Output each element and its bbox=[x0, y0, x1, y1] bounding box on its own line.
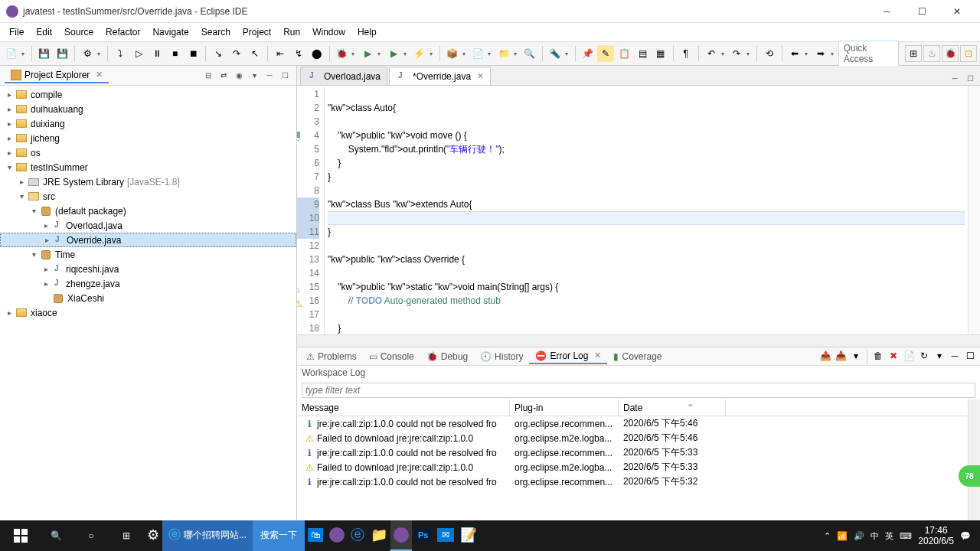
open-log-icon[interactable]: 📄 bbox=[902, 349, 916, 363]
view-menu-icon[interactable]: ▾ bbox=[247, 69, 261, 83]
tab-console[interactable]: ▭Console bbox=[363, 350, 420, 364]
tree-file[interactable]: XiaCeshi bbox=[0, 291, 296, 305]
collapse-all-icon[interactable]: ⊟ bbox=[201, 69, 215, 83]
disconnect-icon[interactable]: ⏹ bbox=[185, 45, 202, 62]
log-row[interactable]: ⚠Failed to download jre:jre:call:zip:1.0… bbox=[297, 431, 968, 445]
tree-project[interactable]: ▸compile bbox=[0, 87, 296, 102]
next-annot-icon[interactable]: ↷ bbox=[728, 45, 745, 62]
col-plugin[interactable]: Plug-in bbox=[510, 399, 619, 416]
breakpoint-icon[interactable]: ⬤ bbox=[309, 45, 325, 62]
save-all-icon[interactable]: 💾 bbox=[54, 45, 71, 62]
menu-refactor[interactable]: Refactor bbox=[100, 25, 146, 39]
task-eclipse-active[interactable] bbox=[390, 520, 412, 551]
float-badge[interactable]: 78 bbox=[959, 465, 980, 487]
tree-file[interactable]: ▸zhengze.java bbox=[0, 276, 296, 291]
task-notepad[interactable]: 📝 bbox=[457, 520, 480, 551]
tab-debug[interactable]: 🐞Debug bbox=[420, 350, 474, 364]
tree-project-open[interactable]: ▾testInSummer bbox=[0, 160, 296, 174]
minimize-view-icon[interactable]: ─ bbox=[263, 69, 276, 83]
quick-access[interactable]: Quick Access bbox=[838, 41, 900, 67]
log-row[interactable]: ⚠Failed to download jre:jre:call:zip:1.0… bbox=[297, 460, 968, 474]
drop-frame-icon[interactable]: ⇤ bbox=[272, 45, 289, 62]
tree-file[interactable]: ▸Overload.java bbox=[0, 218, 296, 233]
project-explorer-tab[interactable]: Project Explorer ✕ bbox=[5, 68, 109, 83]
link-editor-icon[interactable]: ⇄ bbox=[217, 69, 230, 83]
menu-help[interactable]: Help bbox=[351, 25, 383, 39]
menu-edit[interactable]: Edit bbox=[30, 25, 58, 39]
menu-window[interactable]: Window bbox=[306, 25, 351, 39]
delete-log-icon[interactable]: ✖ bbox=[887, 349, 900, 363]
task-edge[interactable]: ⓔ bbox=[348, 520, 368, 551]
taskview-button[interactable]: ⊞ bbox=[109, 520, 144, 551]
dropdown-icon[interactable]: ▾ bbox=[849, 349, 863, 363]
log-row[interactable]: ℹjre:jre:call:zip:1.0.0 could not be res… bbox=[297, 416, 968, 431]
resume-icon[interactable]: ▷ bbox=[130, 45, 147, 62]
menu-source[interactable]: Source bbox=[58, 25, 100, 39]
code-editor[interactable]: 1234○56789101112131415○16⚠1718192021 "kw… bbox=[297, 86, 980, 334]
tray-network-icon[interactable]: 📶 bbox=[837, 531, 848, 541]
clear-log-icon[interactable]: 🗑 bbox=[871, 349, 885, 363]
new-dropdown[interactable]: ▾ bbox=[21, 51, 28, 57]
vertical-scrollbar[interactable] bbox=[968, 399, 980, 520]
pin-icon[interactable]: 📌 bbox=[580, 45, 596, 62]
tab-history[interactable]: 🕘History bbox=[474, 350, 529, 364]
close-button[interactable]: ✕ bbox=[940, 1, 974, 22]
tree-project[interactable]: ▸duihuakuang bbox=[0, 102, 296, 116]
focus-icon[interactable]: ◉ bbox=[232, 69, 246, 83]
tab-problems[interactable]: ⚠Problems bbox=[300, 350, 363, 364]
tab-error-log[interactable]: ⛔Error Log✕ bbox=[529, 349, 607, 364]
java-perspective-icon[interactable]: ♨ bbox=[923, 45, 940, 62]
new-class-icon[interactable]: 📄 bbox=[469, 45, 486, 62]
step-return-icon[interactable]: ↖ bbox=[247, 45, 263, 62]
maximize-editor-icon[interactable]: ☐ bbox=[963, 71, 977, 85]
search-button[interactable]: 🔍 bbox=[38, 520, 74, 551]
block-icon[interactable]: ▦ bbox=[652, 45, 669, 62]
search-icon[interactable]: 🔦 bbox=[547, 45, 564, 62]
tree-src[interactable]: ▾src bbox=[0, 189, 296, 204]
tray-notifications-icon[interactable]: 💬 bbox=[960, 531, 971, 541]
menu-search[interactable]: Search bbox=[195, 25, 237, 39]
task-icon[interactable]: 📋 bbox=[616, 45, 632, 62]
task-mail[interactable]: ✉ bbox=[434, 520, 457, 551]
filter-input[interactable] bbox=[302, 383, 975, 398]
close-icon[interactable]: ✕ bbox=[477, 71, 484, 81]
open-type-icon[interactable]: 🔍 bbox=[521, 45, 538, 62]
step-into-icon[interactable]: ↘ bbox=[210, 45, 227, 62]
new-icon[interactable]: 📄 bbox=[3, 45, 20, 62]
run-icon[interactable]: ▶ bbox=[359, 45, 376, 62]
menu-navigate[interactable]: Navigate bbox=[146, 25, 194, 39]
highlight-icon[interactable]: ✎ bbox=[597, 45, 614, 62]
task-explorer[interactable]: 📁 bbox=[368, 520, 390, 551]
task-store[interactable]: 🛍 bbox=[305, 520, 326, 551]
debug-perspective-icon[interactable]: 🐞 bbox=[942, 45, 959, 62]
task-search-btn[interactable]: 搜索一下 bbox=[253, 520, 305, 551]
export-log-icon[interactable]: 📤 bbox=[818, 349, 832, 363]
minimize-panel-icon[interactable]: ─ bbox=[948, 349, 962, 363]
build-icon[interactable]: ⚙ bbox=[79, 45, 96, 62]
forward-icon[interactable]: ➡ bbox=[812, 45, 829, 62]
tray-ime1[interactable]: 中 bbox=[871, 530, 879, 542]
stop-icon[interactable]: ■ bbox=[167, 45, 184, 62]
import-log-icon[interactable]: 📥 bbox=[834, 349, 848, 363]
tree-file-selected[interactable]: ▸Override.java bbox=[0, 233, 296, 247]
tray-ime2[interactable]: 英 bbox=[885, 530, 893, 542]
task-eclipse-1[interactable] bbox=[326, 520, 348, 551]
back-icon[interactable]: ⬅ bbox=[786, 45, 803, 62]
outline-icon[interactable]: ▤ bbox=[634, 45, 651, 62]
menu-run[interactable]: Run bbox=[277, 25, 306, 39]
tree-library[interactable]: ▸JRE System Library[JavaSE-1.8] bbox=[0, 174, 296, 189]
editor-tab[interactable]: Overload.java bbox=[300, 67, 387, 85]
tree-package[interactable]: ▾(default package) bbox=[0, 204, 296, 218]
step-filter-icon[interactable]: ↯ bbox=[290, 45, 307, 62]
prev-annot-icon[interactable]: ↶ bbox=[703, 45, 720, 62]
maximize-button[interactable]: ☐ bbox=[905, 1, 939, 22]
minimize-button[interactable]: ─ bbox=[870, 1, 903, 22]
close-icon[interactable]: ✕ bbox=[594, 350, 601, 360]
line-gutter[interactable]: 1234○56789101112131415○16⚠1718192021 bbox=[297, 86, 325, 334]
maximize-panel-icon[interactable]: ☐ bbox=[963, 349, 977, 363]
new-pkg-icon[interactable]: 📦 bbox=[444, 45, 461, 62]
col-date[interactable]: Date⌄ bbox=[619, 399, 726, 416]
log-row[interactable]: ℹjre:jre:call:zip:1.0.0 could not be res… bbox=[297, 474, 968, 489]
task-app[interactable]: ⚙ bbox=[144, 520, 162, 551]
tree-project[interactable]: ▸xiaoce bbox=[0, 305, 296, 320]
